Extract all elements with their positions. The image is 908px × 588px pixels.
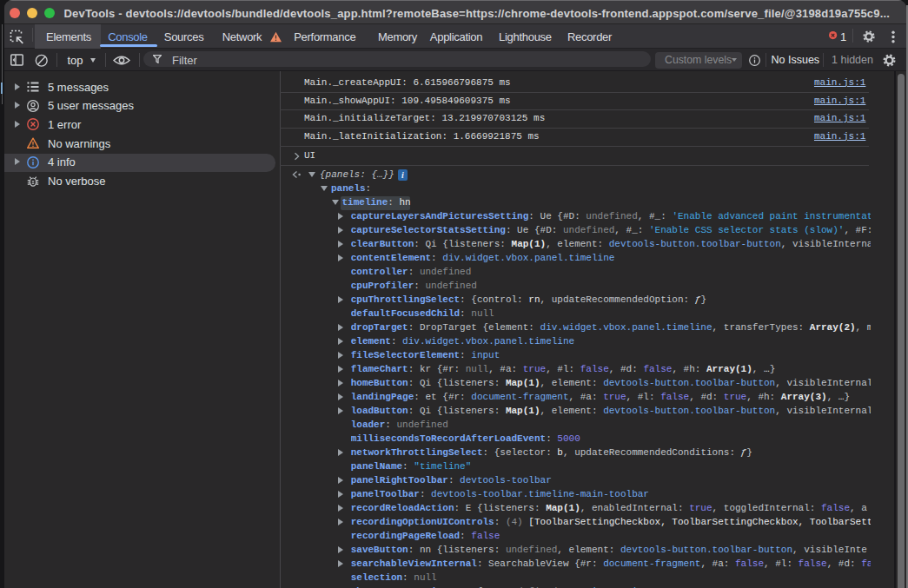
svg-text:i: i (401, 170, 404, 180)
